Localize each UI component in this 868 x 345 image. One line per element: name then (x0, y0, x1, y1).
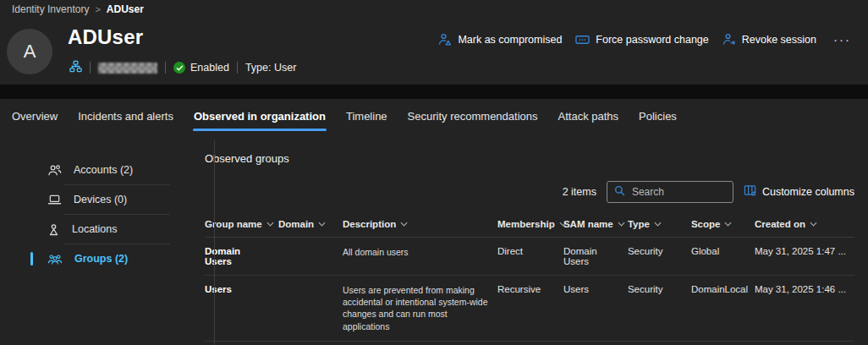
force-password-change-button[interactable]: Force password change (575, 34, 708, 46)
observed-groups-panel: Observed groups 2 items Customize column… (190, 134, 868, 345)
description-cell: All domain users (343, 246, 497, 258)
sidebar-item-accounts[interactable]: Accounts (2) (0, 156, 190, 184)
customize-columns-icon (744, 184, 756, 200)
tab-security-recommendations[interactable]: Security recommendations (407, 101, 539, 132)
person-arrow-icon (722, 33, 736, 47)
entity-header: Identity Inventory > ADUser A ADUser Ena… (0, 0, 868, 85)
vertical-divider (214, 140, 215, 345)
tab-observed-in-organization[interactable]: Observed in organization (193, 101, 327, 132)
active-indicator (30, 252, 33, 266)
mark-as-compromised-button[interactable]: Mark as compromised (438, 33, 562, 47)
accounts-icon (47, 164, 62, 177)
membership-cell: Recursive (497, 284, 563, 294)
tab-bar: Overview Incidents and alerts Observed i… (0, 99, 868, 134)
type-cell: Security (628, 246, 691, 256)
column-header-type[interactable]: Type (628, 219, 691, 229)
entity-sidebar: Accounts (2) Devices (0) Locations (0, 134, 190, 345)
locations-icon (47, 222, 60, 236)
chevron-down-icon (654, 222, 662, 227)
table-header-row: Group name Domain Description Membership… (205, 212, 854, 238)
sidebar-item-label: Groups (2) (74, 253, 128, 265)
action-label: Revoke session (742, 34, 816, 46)
observed-groups-table: Group name Domain Description Membership… (205, 212, 854, 342)
groups-icon (47, 253, 63, 266)
divider (165, 62, 166, 74)
column-header-group-name[interactable]: Group name (205, 219, 278, 229)
check-icon (173, 62, 185, 74)
content-area: Overview Incidents and alerts Observed i… (0, 99, 868, 345)
tab-incidents-and-alerts[interactable]: Incidents and alerts (77, 101, 174, 132)
search-box[interactable] (607, 181, 733, 203)
action-label: Force password change (596, 34, 708, 46)
sidebar-item-groups[interactable]: Groups (2) (0, 244, 190, 273)
created-on-cell: May 31, 2025 1:47 ... (755, 246, 854, 256)
tab-attack-paths[interactable]: Attack paths (558, 101, 620, 132)
status-label: Enabled (190, 62, 229, 74)
entity-meta: Enabled Type: User (69, 60, 296, 75)
group-name-cell[interactable]: Users (205, 284, 278, 294)
customize-columns-label: Customize columns (762, 186, 854, 198)
revoke-session-button[interactable]: Revoke session (722, 33, 816, 47)
sam-name-cell: Domain Users (563, 246, 628, 266)
status-badge: Enabled (173, 62, 229, 74)
created-on-cell: May 31, 2025 1:46 ... (755, 284, 854, 294)
breadcrumb-current: ADUser (107, 3, 144, 15)
breadcrumb-root[interactable]: Identity Inventory (12, 3, 89, 15)
chevron-down-icon (318, 222, 326, 227)
action-label: Mark as compromised (458, 34, 562, 46)
column-header-created-on[interactable]: Created on (755, 219, 854, 229)
table-row[interactable]: Domain Users All domain users Direct Dom… (205, 238, 854, 276)
org-chart-icon (69, 60, 82, 75)
type-cell: Security (628, 284, 691, 294)
column-header-membership[interactable]: Membership (497, 219, 563, 229)
tab-timeline[interactable]: Timeline (345, 101, 388, 132)
section-title: Observed groups (205, 134, 854, 165)
scope-cell: DomainLocal (691, 284, 755, 294)
chevron-down-icon (810, 222, 817, 227)
scope-cell: Global (691, 246, 755, 256)
header-actions: Mark as compromised Force password chang… (438, 32, 854, 47)
description-cell: Users are prevented from making accident… (343, 284, 497, 332)
breadcrumb: Identity Inventory > ADUser (12, 3, 144, 15)
column-header-domain[interactable]: Domain (278, 219, 343, 229)
group-name-cell[interactable]: Domain Users (205, 246, 278, 266)
search-icon (614, 184, 625, 200)
column-header-scope[interactable]: Scope (691, 219, 755, 229)
chevron-down-icon (618, 222, 625, 227)
chevron-down-icon (266, 222, 274, 227)
table-row[interactable]: Users Users are prevented from making ac… (205, 276, 854, 342)
avatar-letter: A (24, 41, 36, 63)
page-title: ADUser (68, 25, 143, 49)
tab-policies[interactable]: Policies (638, 101, 678, 132)
entity-type-label: Type: User (245, 62, 296, 74)
sam-name-cell: Users (563, 284, 628, 294)
devices-icon (47, 194, 62, 205)
sidebar-item-label: Accounts (2) (74, 164, 133, 176)
items-count: 2 items (563, 186, 596, 198)
breadcrumb-separator: > (95, 4, 100, 14)
sidebar-item-locations[interactable]: Locations (0, 215, 190, 244)
avatar: A (7, 29, 52, 74)
customize-columns-button[interactable]: Customize columns (744, 184, 854, 200)
search-input[interactable] (632, 186, 726, 198)
password-box-icon (575, 34, 590, 46)
more-actions-button[interactable]: ··· (830, 32, 854, 47)
section-gap (0, 85, 868, 99)
divider (237, 62, 238, 74)
chevron-down-icon (400, 222, 408, 227)
sidebar-item-devices[interactable]: Devices (0) (0, 185, 190, 214)
person-warning-icon (438, 33, 452, 47)
membership-cell: Direct (497, 246, 563, 256)
sidebar-item-label: Locations (72, 223, 118, 235)
redacted-account-name (98, 63, 157, 74)
column-header-description[interactable]: Description (343, 219, 497, 229)
sidebar-item-label: Devices (0) (74, 194, 127, 205)
divider (90, 62, 91, 74)
chevron-down-icon (724, 222, 732, 227)
table-toolbar: 2 items Customize columns (205, 180, 854, 204)
column-header-sam-name[interactable]: SAM name (563, 219, 628, 229)
tab-overview[interactable]: Overview (11, 101, 58, 132)
